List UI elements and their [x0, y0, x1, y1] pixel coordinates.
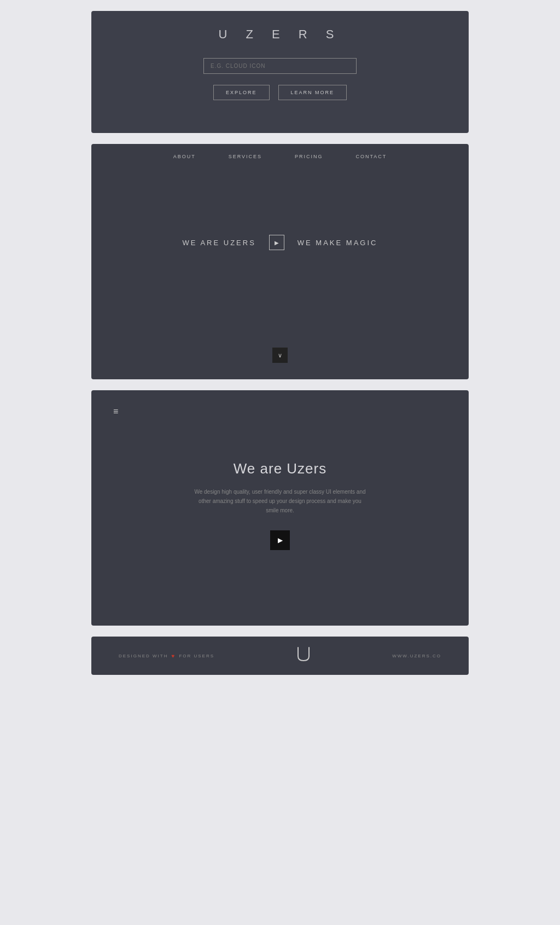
nav-contact[interactable]: CONTACT	[356, 154, 387, 159]
explore-button[interactable]: EXPLORE	[213, 85, 270, 100]
footer-url: WWW.UZERS.CO	[392, 654, 441, 658]
scroll-down-button[interactable]: ∨	[272, 348, 288, 363]
cta-buttons: EXPLORE LEARN MORE	[213, 85, 347, 100]
tagline-right: WE MAKE MAGIC	[298, 239, 378, 247]
search-input[interactable]	[203, 58, 357, 74]
play-button-outline[interactable]: ▶	[269, 235, 284, 250]
footer-left: DESIGNED WITH ♥ FOR USERS	[119, 653, 214, 659]
play-icon: ▶	[275, 240, 279, 246]
section3-content: We are Uzers We design high quality, use…	[113, 460, 447, 550]
section3-description: We design high quality, user friendly an…	[192, 487, 368, 515]
nav-pricing[interactable]: PRICING	[295, 154, 323, 159]
chevron-down-icon: ∨	[278, 352, 282, 359]
footer-for-users-text: FOR USERS	[179, 654, 214, 658]
section-nav-hero: ABOUT SERVICES PRICING CONTACT WE ARE UZ…	[91, 144, 469, 379]
tagline-left: WE ARE UZERS	[183, 239, 256, 247]
footer-logo	[297, 646, 310, 665]
section-hero: U Z E R S EXPLORE LEARN MORE	[91, 11, 469, 133]
nav-about[interactable]: ABOUT	[173, 154, 196, 159]
section3-title: We are Uzers	[234, 460, 326, 477]
hero-tagline: WE ARE UZERS ▶ WE MAKE MAGIC	[183, 235, 378, 250]
footer: DESIGNED WITH ♥ FOR USERS WWW.UZERS.CO	[91, 637, 469, 675]
main-nav: ABOUT SERVICES PRICING CONTACT	[91, 144, 469, 169]
hamburger-menu-icon[interactable]: ≡	[113, 407, 119, 417]
play-icon-dark: ▶	[278, 536, 283, 544]
brand-title: U Z E R S	[218, 27, 341, 42]
play-button-dark[interactable]: ▶	[270, 530, 290, 550]
page-wrapper: U Z E R S EXPLORE LEARN MORE ABOUT SERVI…	[91, 11, 469, 675]
heart-icon: ♥	[171, 653, 176, 659]
footer-designed-text: DESIGNED WITH	[119, 654, 168, 658]
section-mobile-hero: ≡ We are Uzers We design high quality, u…	[91, 390, 469, 626]
nav-services[interactable]: SERVICES	[229, 154, 262, 159]
learn-more-button[interactable]: LEARN MORE	[278, 85, 347, 100]
